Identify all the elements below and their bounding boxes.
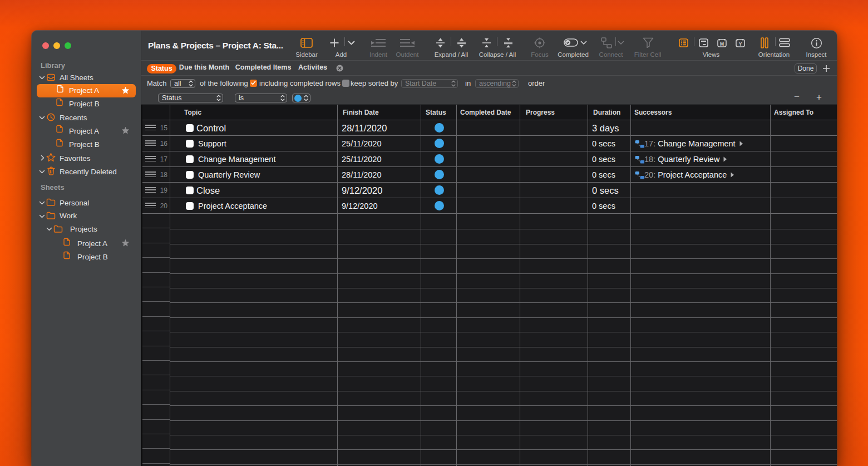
svg-text:M: M (720, 41, 724, 47)
svg-text:Y: Y (739, 41, 742, 47)
